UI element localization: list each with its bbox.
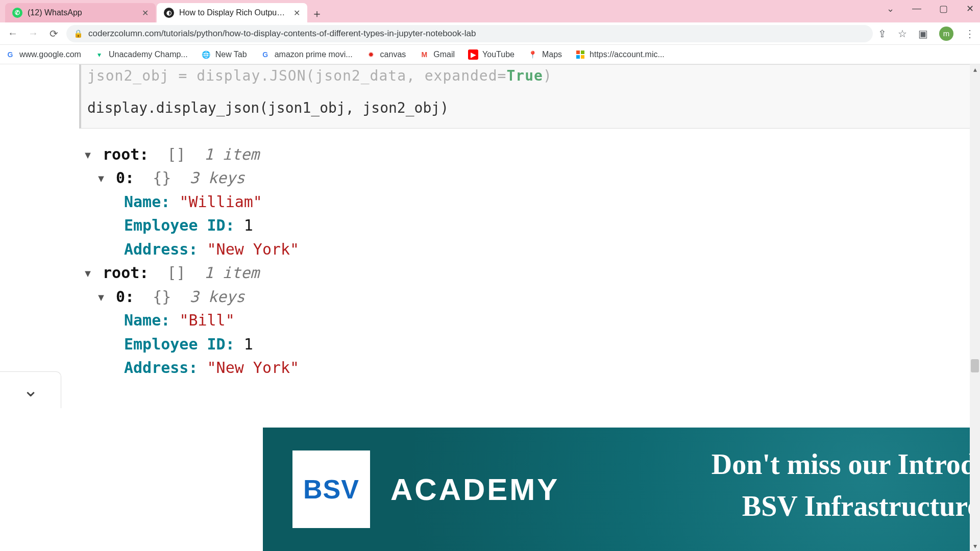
json-index-row[interactable]: ▾ 0: {} 3 keys: [83, 285, 976, 309]
maximize-icon[interactable]: ▢: [936, 3, 950, 14]
ad-academy-text: ACADEMY: [390, 472, 559, 507]
forward-button[interactable]: →: [26, 26, 41, 41]
code-line-truncated: json2_obj = display.JSON(json2_data, exp…: [87, 65, 973, 88]
ad-text: Don't miss our Introd BSV Infrastructure: [712, 448, 975, 522]
json-root-row[interactable]: ▾ root: [] 1 item: [83, 143, 976, 167]
scroll-down-icon[interactable]: ▾: [970, 541, 980, 551]
new-tab-button[interactable]: ＋: [308, 5, 326, 22]
svg-rect-1: [581, 51, 584, 54]
json-root-row[interactable]: ▾ root: [] 1 item: [83, 261, 976, 285]
google-icon: G: [5, 49, 15, 60]
json-index-row[interactable]: ▾ 0: {} 3 keys: [83, 166, 976, 190]
close-icon[interactable]: ✕: [140, 8, 150, 18]
json-field-row: Address: "New York": [83, 238, 976, 262]
bookmark-item[interactable]: https://account.mic...: [575, 49, 665, 60]
bookmarks-bar: Gwww.google.com ▾Unacademy Champ... 🌐New…: [0, 45, 980, 64]
address-bar: ← → ⟳ 🔒 coderzcolumn.com/tutorials/pytho…: [0, 22, 980, 45]
json-field-row: Address: "New York": [83, 356, 976, 380]
bookmark-item[interactable]: Gamazon prime movi...: [260, 49, 353, 60]
bookmark-item[interactable]: 🌐New Tab: [201, 49, 247, 60]
svg-rect-3: [581, 55, 584, 59]
side-panel-icon[interactable]: ▣: [918, 28, 928, 40]
canvas-icon: ✹: [366, 49, 376, 60]
youtube-icon: ▶: [468, 49, 478, 60]
tab-active[interactable]: ◐ How to Display Rich Outputs (im ✕: [157, 3, 307, 22]
scroll-track[interactable]: [970, 74, 980, 541]
bookmark-item[interactable]: Gwww.google.com: [5, 49, 81, 60]
bookmark-item[interactable]: 📍Maps: [528, 49, 562, 60]
json-field-row: Employee ID: 1: [83, 333, 976, 357]
page-content: json2_obj = display.JSON(json2_data, exp…: [0, 64, 980, 551]
url-text: coderzcolumn.com/tutorials/python/how-to…: [88, 29, 476, 39]
svg-rect-2: [576, 55, 580, 59]
scroll-thumb[interactable]: [971, 359, 979, 372]
scroll-up-icon[interactable]: ▴: [970, 64, 980, 74]
bookmark-item[interactable]: ✹canvas: [366, 49, 406, 60]
reload-button[interactable]: ⟳: [46, 26, 61, 41]
minimize-icon[interactable]: ―: [910, 3, 924, 14]
vertical-scrollbar[interactable]: ▴ ▾: [970, 64, 980, 551]
tab-strip: ✆ (12) WhatsApp ✕ ◐ How to Display Rich …: [0, 0, 980, 22]
share-icon[interactable]: ⇪: [878, 28, 887, 40]
chevron-down-icon[interactable]: ⌄: [0, 371, 61, 408]
microsoft-icon: [575, 49, 585, 60]
google-icon: G: [260, 49, 271, 60]
back-button[interactable]: ←: [5, 26, 20, 41]
ad-logo: BSV: [292, 450, 370, 528]
bookmark-item[interactable]: MGmail: [419, 49, 455, 60]
site-icon: ◐: [164, 8, 174, 18]
tab-search-icon[interactable]: ⌄: [883, 3, 897, 14]
close-window-icon[interactable]: ✕: [963, 3, 977, 14]
bookmark-item[interactable]: ▶YouTube: [468, 49, 514, 60]
tab-title: How to Display Rich Outputs (im: [179, 8, 287, 17]
ad-banner[interactable]: BSV ACADEMY Don't miss our Introd BSV In…: [263, 428, 975, 551]
whatsapp-icon: ✆: [12, 8, 22, 18]
tab-title: (12) WhatsApp: [28, 8, 135, 17]
code-line: display.display_json(json1_obj, json2_ob…: [87, 97, 973, 120]
maps-icon: 📍: [528, 49, 538, 60]
svg-rect-0: [576, 51, 580, 54]
window-controls: ⌄ ― ▢ ✕: [883, 3, 977, 14]
omnibox[interactable]: 🔒 coderzcolumn.com/tutorials/python/how-…: [66, 25, 873, 42]
json-output: ▾ root: [] 1 item▾ 0: {} 3 keysName: "Wi…: [79, 129, 980, 400]
lock-icon: 🔒: [74, 29, 83, 38]
close-icon[interactable]: ✕: [292, 8, 301, 18]
profile-avatar[interactable]: m: [939, 27, 953, 41]
tab-whatsapp[interactable]: ✆ (12) WhatsApp ✕: [5, 3, 156, 22]
json-field-row: Name: "Bill": [83, 309, 976, 333]
unacademy-icon: ▾: [94, 49, 105, 60]
gmail-icon: M: [419, 49, 429, 60]
json-field-row: Employee ID: 1: [83, 214, 976, 238]
bookmark-star-icon[interactable]: ☆: [898, 28, 907, 40]
json-field-row: Name: "William": [83, 190, 976, 214]
globe-icon: 🌐: [201, 49, 211, 60]
code-block: json2_obj = display.JSON(json2_data, exp…: [79, 64, 980, 129]
kebab-menu-icon[interactable]: ⋮: [965, 28, 975, 40]
bookmark-item[interactable]: ▾Unacademy Champ...: [94, 49, 188, 60]
